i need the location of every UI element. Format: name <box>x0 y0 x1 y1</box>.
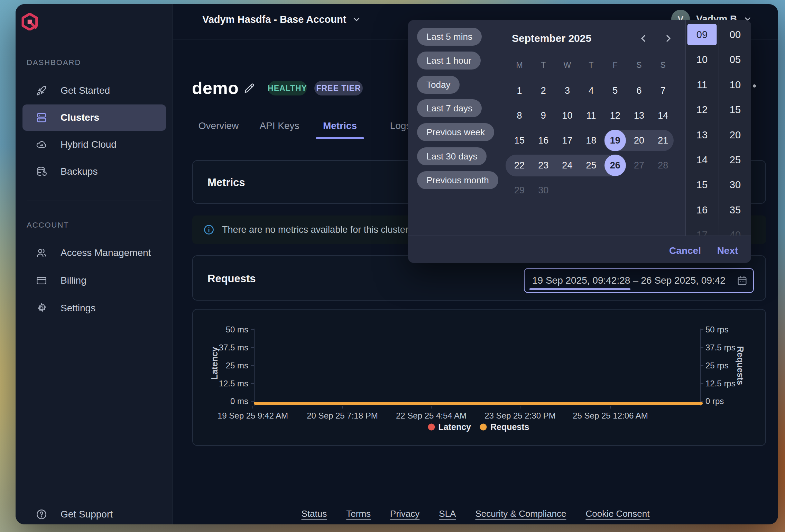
calendar-day[interactable]: 25 <box>581 155 602 176</box>
minute-option[interactable]: 20 <box>730 129 741 140</box>
questdb-logo-icon[interactable] <box>21 13 38 30</box>
quick-range-last-1-hour[interactable]: Last 1 hour <box>417 52 481 70</box>
sidebar-item-backups[interactable]: Backups <box>22 158 166 185</box>
quick-range-today[interactable]: Today <box>417 76 460 94</box>
calendar-day[interactable]: 10 <box>556 105 578 126</box>
hour-option[interactable]: 14 <box>696 154 708 166</box>
sidebar-item-label: Clusters <box>61 112 99 123</box>
hour-option[interactable]: 12 <box>696 104 708 116</box>
footer-link-security-compliance[interactable]: Security & Compliance <box>475 508 566 519</box>
weekday-label: W <box>564 61 571 70</box>
tab-overview[interactable]: Overview <box>198 120 239 131</box>
next-button[interactable]: Next <box>717 245 738 256</box>
right-tick <box>701 365 703 366</box>
calendar-day[interactable]: 19 <box>604 130 626 151</box>
weekday-label: S <box>661 61 666 70</box>
sidebar-item-label: Settings <box>61 303 95 314</box>
calendar-day[interactable]: 20 <box>628 130 650 151</box>
quick-range-previous-month[interactable]: Previous month <box>417 171 498 189</box>
calendar-day[interactable]: 3 <box>556 80 578 101</box>
left-tick-label: 12.5 ms <box>219 379 248 388</box>
minute-option[interactable]: 15 <box>730 104 741 116</box>
calendar-day[interactable]: 2 <box>533 80 554 101</box>
calendar-day[interactable]: 7 <box>652 80 674 101</box>
calendar-day[interactable]: 21 <box>652 130 674 151</box>
calendar-day[interactable]: 8 <box>509 105 530 126</box>
calendar-day[interactable]: 30 <box>533 180 554 201</box>
cancel-button[interactable]: Cancel <box>669 245 701 256</box>
sidebar-item-get-started[interactable]: Get Started <box>22 77 166 104</box>
calendar-day[interactable]: 6 <box>628 80 650 101</box>
sidebar-item-hybrid-cloud[interactable]: Hybrid Cloud <box>22 131 166 158</box>
hour-option[interactable]: 09 <box>687 24 717 45</box>
minute-option[interactable]: 10 <box>730 79 741 90</box>
account-switcher[interactable]: Vadym Hasdfa - Base Account <box>202 13 361 26</box>
requests-card-title: Requests <box>207 273 256 285</box>
calendar-day[interactable]: 27 <box>628 155 650 176</box>
left-tick <box>251 347 254 348</box>
popup-divider <box>408 236 751 236</box>
calendar-day[interactable]: 16 <box>533 130 554 151</box>
hour-option[interactable]: 15 <box>696 179 708 191</box>
sidebar-item-clusters[interactable]: Clusters <box>22 104 166 131</box>
calendar-day[interactable]: 9 <box>533 105 554 126</box>
calendar-day[interactable]: 18 <box>581 130 602 151</box>
footer-link-sla[interactable]: SLA <box>439 508 456 519</box>
footer-link-terms[interactable]: Terms <box>346 508 371 519</box>
next-month-icon[interactable] <box>663 33 673 44</box>
calendar-day[interactable]: 11 <box>581 105 602 126</box>
quick-range-last-7-days[interactable]: Last 7 days <box>417 99 482 117</box>
x-axis-label: 23 Sep 25 2:30 PM <box>484 411 555 421</box>
calendar-day[interactable]: 28 <box>652 155 674 176</box>
quick-range-last-5-mins[interactable]: Last 5 mins <box>417 28 482 46</box>
more-menu-icon[interactable] <box>753 84 756 88</box>
right-tick <box>701 329 703 330</box>
sidebar-item-get-support[interactable]: Get Support <box>22 501 166 528</box>
legend-item-requests: Requests <box>480 422 529 432</box>
quick-range-last-30-days[interactable]: Last 30 days <box>417 147 487 165</box>
footer-link-privacy[interactable]: Privacy <box>390 508 419 519</box>
right-axis-title: Requests <box>735 346 745 385</box>
sidebar-header <box>16 4 173 39</box>
minute-option[interactable]: 35 <box>730 204 741 215</box>
hour-option[interactable]: 17 <box>696 229 708 236</box>
sidebar-item-access-management[interactable]: Access Management <box>22 240 166 266</box>
calendar-day[interactable]: 4 <box>581 80 602 101</box>
hour-option[interactable]: 11 <box>697 79 707 90</box>
footer-link-cookie-consent[interactable]: Cookie Consent <box>585 508 649 519</box>
tab-metrics[interactable]: Metrics <box>323 120 357 131</box>
calendar-day[interactable]: 13 <box>628 105 650 126</box>
calendar-day[interactable]: 14 <box>652 105 674 126</box>
date-range-input[interactable]: 19 Sep 2025, 09:42:28 – 26 Sep 2025, 09:… <box>524 268 754 293</box>
prev-month-icon[interactable] <box>638 33 649 44</box>
calendar-day[interactable]: 1 <box>509 80 530 101</box>
calendar-day[interactable]: 17 <box>556 130 578 151</box>
x-tick <box>342 406 343 409</box>
minute-option[interactable]: 40 <box>730 229 741 236</box>
calendar-day[interactable]: 29 <box>509 180 530 201</box>
sidebar-item-billing[interactable]: Billing <box>22 267 166 294</box>
edit-pencil-icon[interactable] <box>243 82 256 94</box>
minute-option[interactable]: 00 <box>730 29 741 40</box>
calendar-day[interactable]: 26 <box>604 155 626 176</box>
sidebar-item-label: Get Support <box>61 509 113 520</box>
left-tick-label: 50 ms <box>226 325 248 334</box>
minute-option[interactable]: 25 <box>730 154 741 166</box>
calendar-day[interactable]: 24 <box>556 155 578 176</box>
quick-range-previous-week[interactable]: Previous week <box>417 123 494 141</box>
minute-option[interactable]: 05 <box>730 54 741 65</box>
calendar-day[interactable]: 15 <box>509 130 530 151</box>
tab-api-keys[interactable]: API Keys <box>259 120 299 131</box>
footer-link-status[interactable]: Status <box>302 508 327 519</box>
calendar-day[interactable]: 12 <box>604 105 626 126</box>
billing-icon <box>36 275 47 286</box>
hour-option[interactable]: 16 <box>696 204 708 215</box>
calendar-day[interactable]: 5 <box>604 80 626 101</box>
calendar-day[interactable]: 23 <box>533 155 554 176</box>
cluster-name: demo <box>192 78 239 98</box>
minute-option[interactable]: 30 <box>730 179 741 191</box>
hour-option[interactable]: 13 <box>696 129 708 140</box>
calendar-day[interactable]: 22 <box>509 155 530 176</box>
sidebar-item-settings[interactable]: Settings <box>22 295 166 321</box>
hour-option[interactable]: 10 <box>696 54 708 65</box>
